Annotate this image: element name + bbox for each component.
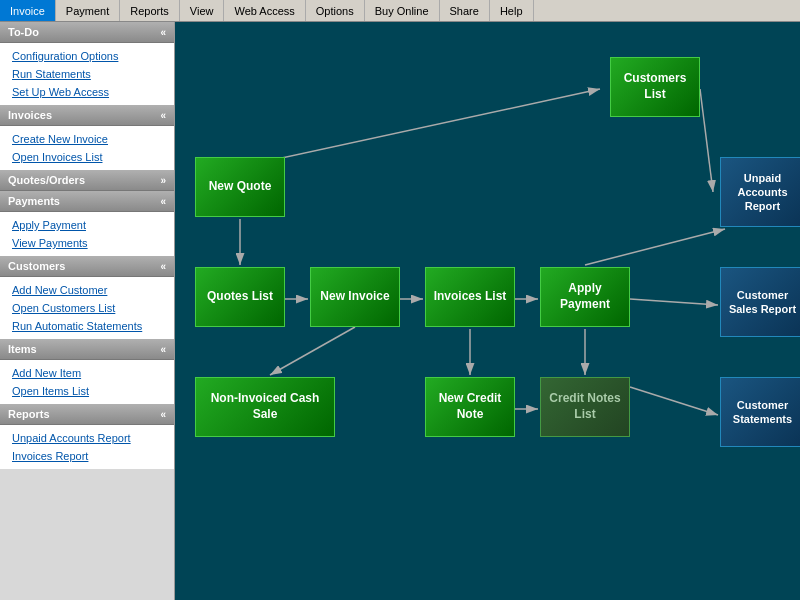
sidebar-section-customers[interactable]: Customers« [0, 256, 174, 277]
flow-box-label: Credit Notes List [545, 391, 625, 422]
menu-item-options[interactable]: Options [306, 0, 365, 21]
menu-item-help[interactable]: Help [490, 0, 534, 21]
menu-item-buy-online[interactable]: Buy Online [365, 0, 440, 21]
flow-box-unpaid-accounts[interactable]: Unpaid Accounts Report [720, 157, 800, 227]
svg-line-2 [700, 89, 713, 192]
sidebar-section-items[interactable]: Items« [0, 339, 174, 360]
menu-item-web-access[interactable]: Web Access [224, 0, 305, 21]
sidebar-section-todo[interactable]: To-Do« [0, 22, 174, 43]
sidebar-link-open-customers-list[interactable]: Open Customers List [0, 299, 174, 317]
menu-bar: InvoicePaymentReportsViewWeb AccessOptio… [0, 0, 800, 22]
sidebar-section-payments[interactable]: Payments« [0, 191, 174, 212]
flow-box-customer-statements[interactable]: Customer Statements [720, 377, 800, 447]
chevron-icon: « [160, 409, 166, 420]
flow-container: Customers ListNew QuoteUnpaid Accounts R… [190, 37, 785, 585]
flow-box-label: Customer Sales Report [727, 288, 798, 317]
flow-box-customer-sales[interactable]: Customer Sales Report [720, 267, 800, 337]
flow-box-label: Non-Invoiced Cash Sale [200, 391, 330, 422]
chevron-icon: » [160, 175, 166, 186]
flow-box-label: Customer Statements [727, 398, 798, 427]
sidebar-section-label: Payments [8, 195, 60, 207]
flow-box-apply-payment[interactable]: Apply Payment [540, 267, 630, 327]
sidebar-section-reports[interactable]: Reports« [0, 404, 174, 425]
sidebar-link-create-new-invoice[interactable]: Create New Invoice [0, 130, 174, 148]
menu-item-view[interactable]: View [180, 0, 225, 21]
sidebar-link-apply-payment[interactable]: Apply Payment [0, 216, 174, 234]
menu-item-share[interactable]: Share [440, 0, 490, 21]
flow-box-label: Apply Payment [545, 281, 625, 312]
flow-box-label: Customers List [615, 71, 695, 102]
flow-box-label: Quotes List [207, 289, 273, 305]
sidebar-link-invoices-report[interactable]: Invoices Report [0, 447, 174, 465]
sidebar-section-label: Reports [8, 408, 50, 420]
sidebar-section-label: Customers [8, 260, 65, 272]
flow-box-label: New Credit Note [430, 391, 510, 422]
menu-item-reports[interactable]: Reports [120, 0, 180, 21]
sidebar-link-run-automatic-statements[interactable]: Run Automatic Statements [0, 317, 174, 335]
chevron-icon: « [160, 196, 166, 207]
flow-box-non-invoiced[interactable]: Non-Invoiced Cash Sale [195, 377, 335, 437]
flow-box-quotes-list[interactable]: Quotes List [195, 267, 285, 327]
main-content: Customers ListNew QuoteUnpaid Accounts R… [175, 22, 800, 600]
sidebar-link-run-statements[interactable]: Run Statements [0, 65, 174, 83]
sidebar-link-add-new-customer[interactable]: Add New Customer [0, 281, 174, 299]
svg-line-7 [585, 229, 725, 265]
sidebar-section-label: Items [8, 343, 37, 355]
flow-box-customers-list[interactable]: Customers List [610, 57, 700, 117]
chevron-icon: « [160, 27, 166, 38]
sidebar-section-label: To-Do [8, 26, 39, 38]
svg-line-1 [240, 89, 600, 167]
flow-box-new-invoice[interactable]: New Invoice [310, 267, 400, 327]
flow-box-label: Invoices List [434, 289, 507, 305]
chevron-icon: « [160, 261, 166, 272]
sidebar-section-quotes[interactable]: Quotes/Orders» [0, 170, 174, 191]
sidebar-section-invoices[interactable]: Invoices« [0, 105, 174, 126]
sidebar-link-unpaid-accounts-report[interactable]: Unpaid Accounts Report [0, 429, 174, 447]
svg-line-8 [630, 299, 718, 305]
flow-box-credit-notes-list[interactable]: Credit Notes List [540, 377, 630, 437]
chevron-icon: « [160, 110, 166, 121]
sidebar: To-Do«Configuration OptionsRun Statement… [0, 22, 175, 600]
sidebar-link-set-up-web-access[interactable]: Set Up Web Access [0, 83, 174, 101]
sidebar-section-label: Quotes/Orders [8, 174, 85, 186]
sidebar-link-add-new-item[interactable]: Add New Item [0, 364, 174, 382]
flow-box-label: New Quote [209, 179, 272, 195]
flow-box-invoices-list[interactable]: Invoices List [425, 267, 515, 327]
sidebar-link-configuration-options[interactable]: Configuration Options [0, 47, 174, 65]
sidebar-link-view-payments[interactable]: View Payments [0, 234, 174, 252]
sidebar-link-open-invoices-list[interactable]: Open Invoices List [0, 148, 174, 166]
menu-item-payment[interactable]: Payment [56, 0, 120, 21]
svg-line-13 [630, 387, 718, 415]
flow-box-label: New Invoice [320, 289, 389, 305]
sidebar-section-label: Invoices [8, 109, 52, 121]
flow-box-label: Unpaid Accounts Report [727, 171, 798, 214]
sidebar-link-open-items-list[interactable]: Open Items List [0, 382, 174, 400]
chevron-icon: « [160, 344, 166, 355]
flow-box-new-quote[interactable]: New Quote [195, 157, 285, 217]
svg-line-10 [270, 327, 355, 375]
flow-box-new-credit[interactable]: New Credit Note [425, 377, 515, 437]
menu-item-invoice[interactable]: Invoice [0, 0, 56, 21]
